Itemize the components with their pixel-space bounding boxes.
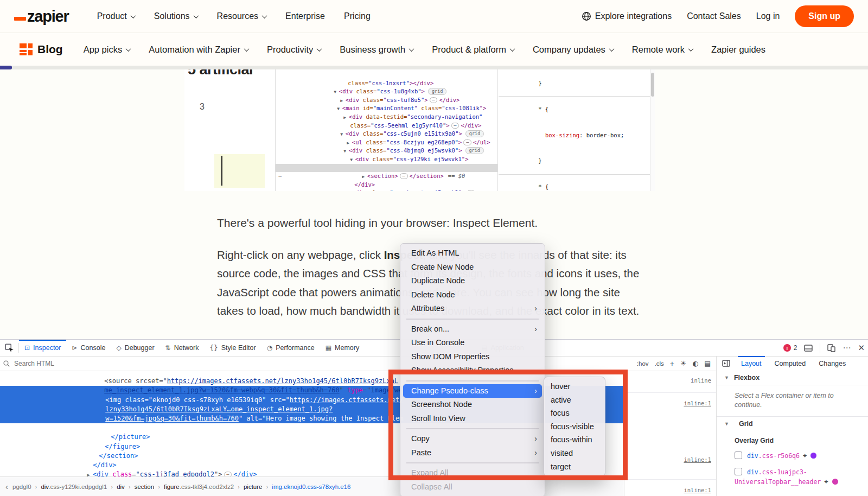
submenu-arrow-icon: › xyxy=(534,432,537,446)
figure-scrollbar[interactable] xyxy=(650,69,655,191)
context-menu-item[interactable]: Scroll Into View xyxy=(400,412,545,426)
context-menu-item[interactable]: Edit As HTML xyxy=(400,246,545,260)
zapier-logo[interactable]: zapier xyxy=(14,9,69,24)
rule-source-link[interactable]: inline xyxy=(691,377,711,384)
breadcrumb-item[interactable]: img.eknojd0.css-s78xyh.e16 xyxy=(272,484,350,490)
pseudo-class-option[interactable]: hover xyxy=(544,380,605,393)
rule-source-link[interactable]: inline:1 xyxy=(684,487,711,493)
rule-source-link[interactable] xyxy=(624,392,717,393)
login-link[interactable]: Log in xyxy=(756,11,780,21)
grid-section-header[interactable]: ▼ Grid xyxy=(717,416,868,431)
context-menu-item[interactable]: Change Pseudo-class › xyxy=(403,384,542,398)
devtools-tab[interactable]: {} Style Editor xyxy=(204,340,261,356)
blog-nav-item[interactable]: Productivity xyxy=(267,44,321,55)
close-devtools-icon[interactable]: ✕ xyxy=(858,343,865,353)
breadcrumb-back-icon[interactable]: ‹ xyxy=(5,482,8,491)
context-menu-item[interactable] xyxy=(406,428,539,429)
scrollbar-thumb[interactable] xyxy=(651,73,654,97)
devtools-tab[interactable]: ◇ Debugger xyxy=(111,340,159,356)
breadcrumb-item[interactable]: pgdgl0 xyxy=(12,484,31,490)
blog-nav-item[interactable]: Zapier guides xyxy=(711,44,765,55)
breadcrumb-item[interactable]: picture xyxy=(244,484,263,490)
context-menu-item[interactable]: Expand All xyxy=(400,466,545,480)
blog-nav-item[interactable]: App picks xyxy=(84,44,131,55)
context-menu-item[interactable]: Paste › xyxy=(400,446,545,460)
context-menu-item[interactable] xyxy=(406,462,539,463)
devtools-tab[interactable]: ⊳ Console xyxy=(66,340,111,356)
context-menu-item[interactable] xyxy=(406,380,539,381)
top-nav-item[interactable]: Solutions xyxy=(154,11,198,21)
context-menu-item[interactable]: Collapse All xyxy=(400,480,545,494)
node-picker-button[interactable] xyxy=(0,340,18,356)
pseudo-class-option[interactable]: visited xyxy=(544,447,605,460)
layout-panel-tab[interactable]: Layout xyxy=(735,356,768,371)
context-menu-item[interactable] xyxy=(406,319,539,320)
context-menu-item[interactable]: Duplicate Node xyxy=(400,274,545,288)
sidebar-toggle-button[interactable] xyxy=(717,360,735,367)
dark-scheme-icon[interactable]: ◐ xyxy=(692,359,698,367)
pseudo-class-option[interactable]: active xyxy=(544,393,605,407)
breadcrumb-separator: › xyxy=(158,484,160,490)
devtools-tab[interactable]: ⊡ Inspector xyxy=(19,340,66,356)
rule-source-link[interactable]: inline:1 xyxy=(684,456,711,463)
grid-color-swatch[interactable] xyxy=(832,479,838,485)
top-nav-item[interactable]: Pricing xyxy=(344,11,371,21)
devtools-tab[interactable]: ⇅ Network xyxy=(160,340,205,356)
context-menu-item[interactable]: Screenshot Node xyxy=(400,398,545,412)
grid-color-swatch[interactable] xyxy=(810,453,816,459)
contact-sales-link[interactable]: Contact Sales xyxy=(687,11,741,21)
context-menu-item[interactable]: Break on... › xyxy=(400,322,545,336)
blog-nav-item[interactable]: Product & platform xyxy=(432,44,514,55)
context-menu-item[interactable]: Copy › xyxy=(400,432,545,446)
blog-nav-item[interactable]: Automation with Zapier xyxy=(149,44,248,55)
devtools-tab[interactable]: ▦ Memory xyxy=(320,340,365,356)
print-simulation-icon[interactable]: ▤ xyxy=(704,359,711,367)
breadcrumb-item[interactable]: figure.css-tkl3j4.eod2xlz2 xyxy=(164,484,234,490)
error-badge-icon[interactable]: ! xyxy=(783,344,791,352)
add-rule-button[interactable]: + xyxy=(670,359,674,368)
breadcrumb-item[interactable]: section xyxy=(135,484,154,490)
responsive-design-icon[interactable] xyxy=(827,344,835,352)
breadcrumb-item[interactable]: div.css-y129ki.edpgdgl1 xyxy=(41,484,107,490)
rule-source-link[interactable]: inline:1 xyxy=(684,400,711,406)
context-menu-item[interactable]: Show Accessibility Properties xyxy=(400,364,545,378)
pseudo-class-option[interactable]: focus xyxy=(544,406,605,420)
light-scheme-icon[interactable]: ☀ xyxy=(680,359,686,367)
flexbox-section-header[interactable]: ▼ Flexbox xyxy=(717,371,868,385)
top-nav-item[interactable]: Resources xyxy=(217,11,266,21)
blog-nav-item[interactable]: Company updates xyxy=(533,44,614,55)
breadcrumb-item[interactable]: div xyxy=(117,484,125,490)
blog-nav-item[interactable]: Remote work xyxy=(632,44,693,55)
blog-nav-item[interactable]: Business growth xyxy=(340,44,413,55)
context-menu-item[interactable]: Attributes › xyxy=(400,302,545,316)
pseudo-class-option[interactable]: focus-within xyxy=(544,433,605,447)
pseudo-class-toggle[interactable]: :hov xyxy=(637,360,649,367)
figure-style-line: * { xyxy=(499,96,650,122)
layout-panel-tab[interactable]: Computed xyxy=(768,356,813,371)
blog-logo[interactable]: Blog xyxy=(20,43,63,56)
inspect-grid-icon[interactable]: ⌖ xyxy=(824,478,828,486)
search-html-input[interactable] xyxy=(13,359,135,368)
split-console-icon[interactable] xyxy=(804,345,813,352)
explore-integrations-link[interactable]: Explore integrations xyxy=(582,11,672,21)
class-toggle[interactable]: .cls xyxy=(655,360,664,367)
overlay-grid-item: div.css-1uajpc3-UniversalTopbar__header⌖ xyxy=(735,467,864,487)
context-menu-item[interactable]: Show DOM Properties xyxy=(400,350,545,364)
grid-overlay-checkbox[interactable] xyxy=(735,468,742,475)
layout-panel-tab[interactable]: Changes xyxy=(812,356,852,371)
inspect-grid-icon[interactable]: ⌖ xyxy=(803,452,807,460)
devtools-tab[interactable]: ◔ Performance xyxy=(261,340,320,356)
pseudo-class-option[interactable]: target xyxy=(544,460,605,474)
context-menu-item[interactable]: Delete Node xyxy=(400,288,545,302)
context-menu-item[interactable]: Use in Console xyxy=(400,336,545,350)
top-nav-item[interactable]: Enterprise xyxy=(285,11,325,21)
pseudo-class-option[interactable]: focus-visible xyxy=(544,420,605,434)
figure-style-line: * { xyxy=(499,174,650,191)
submenu-arrow-icon: › xyxy=(534,302,537,316)
meatball-menu-icon[interactable]: ⋯ xyxy=(843,343,851,353)
rule-source-link[interactable] xyxy=(624,479,717,480)
top-nav-item[interactable]: Product xyxy=(97,11,135,21)
context-menu-item[interactable]: Create New Node xyxy=(400,260,545,275)
grid-overlay-checkbox[interactable] xyxy=(735,452,742,459)
signup-button[interactable]: Sign up xyxy=(795,5,854,27)
